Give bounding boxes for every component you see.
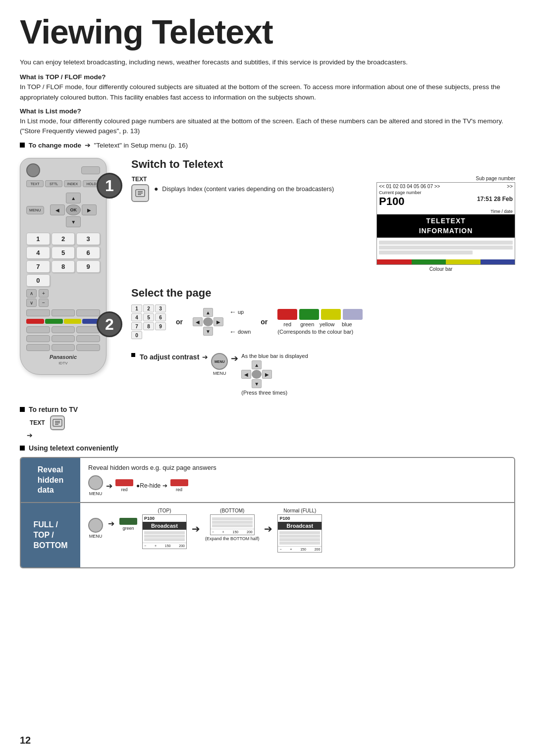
full-line-4 [279,542,320,545]
np-9[interactable]: 9 [155,322,166,330]
dpad-ok[interactable]: OK [66,204,81,215]
num-4[interactable]: 4 [26,247,50,259]
bottom-screen-group: (BOTTOM) −+150200 (Expand the BOTTOM hal… [205,508,259,541]
reveal-red-label: red [121,487,127,492]
btn-a[interactable] [26,309,50,316]
dpad-right[interactable]: ▶ [82,204,97,215]
full-menu-circle[interactable] [88,518,103,533]
adjust-arrow2: ➔ [231,353,238,364]
sttl-btn[interactable]: STTL [45,180,62,187]
current-label: Current page number [379,190,422,195]
bb8[interactable] [52,344,75,351]
adj-dpad-down[interactable]: ▼ [252,379,262,388]
reveal-menu-circle[interactable] [88,475,103,490]
adj-dpad-right[interactable]: ▶ [262,370,272,379]
num-7[interactable]: 7 [26,260,50,273]
full-screen-footer: −+150200 [278,546,321,552]
change-mode-text: "Teletext" in Setup menu (p. 16) [94,142,188,149]
arrow-icon: ➔ [85,141,91,149]
adjust-dpad: ▲ ◀ ▶ ▼ [241,360,308,388]
adj-dpad-left[interactable]: ◀ [241,370,251,379]
green-btn[interactable] [45,319,63,324]
colour-red[interactable] [277,309,297,320]
small-dpad-left[interactable]: ◀ [193,317,203,326]
bb9[interactable] [76,344,100,351]
vol-up[interactable]: + [39,289,49,298]
small-dpad-center [203,317,213,326]
green-btn-group: green [119,518,137,531]
num-5[interactable]: 5 [52,247,75,259]
index-btn[interactable]: INDEX [64,180,81,187]
top-screen-lines [143,530,186,543]
colour-blue[interactable] [343,309,363,320]
ch-down[interactable]: ∨ [26,299,37,307]
return-text-icon[interactable] [50,415,65,430]
full-green-btn[interactable] [119,518,137,525]
sub-page-label: Sub page number [367,176,515,181]
ch-up[interactable]: ∧ [26,289,37,298]
list-mode-heading: What is List mode? [20,107,515,115]
num-1[interactable]: 1 [26,233,50,245]
bottom-screen-lines [211,515,254,529]
small-dpad-right[interactable]: ▶ [214,317,223,326]
adjust-bullet [131,353,135,357]
rehide-red-btn[interactable] [170,479,188,486]
vol-down[interactable]: − [39,299,49,307]
bb1[interactable] [26,326,50,333]
small-dpad-up[interactable]: ▲ [203,308,213,317]
colour-green[interactable] [299,309,319,320]
return-tv-heading: To return to TV [20,405,515,413]
red-btn[interactable] [26,319,44,324]
num-2[interactable]: 2 [52,233,75,245]
label-yellow: yellow [317,321,337,327]
reveal-red-btn[interactable] [115,479,133,486]
bb4[interactable] [26,335,50,342]
small-dpad-down[interactable]: ▼ [203,327,213,336]
or-label-2: or [261,318,268,326]
np-5[interactable]: 5 [143,313,154,321]
content-line-1 [379,241,513,245]
source-button[interactable] [81,166,100,174]
np-8[interactable]: 8 [143,322,154,330]
dpad-up[interactable]: ▲ [66,193,81,203]
btn-b[interactable] [52,309,75,316]
num-9[interactable]: 9 [76,260,100,273]
colour-buttons-area: red green yellow blue (Corresponds to th… [277,309,363,335]
page-number-display: P100 [379,195,422,208]
full-menu-group: MENU [88,518,103,539]
power-button[interactable] [26,163,40,177]
num-0[interactable]: 0 [26,274,50,287]
btn-c[interactable] [76,309,100,316]
colour-bar-label: Colour bar [367,266,515,272]
dpad-down[interactable]: ▼ [66,216,81,227]
np-3[interactable]: 3 [155,304,166,312]
bb2[interactable] [52,326,75,333]
np-1[interactable]: 1 [131,304,142,312]
menu-btn[interactable]: MENU [26,206,44,214]
np-7[interactable]: 7 [131,322,142,330]
displays-description: ● Displays Index (content varies dependi… [154,176,334,194]
dpad-left[interactable]: ◀ [50,204,65,215]
colour-seg-red [377,259,412,264]
bb6[interactable] [76,335,100,342]
num-6[interactable]: 6 [76,247,100,259]
text-icon[interactable] [131,184,149,202]
text-label-group: TEXT [131,176,149,202]
np-2[interactable]: 2 [143,304,154,312]
text-btn[interactable]: TEXT [26,180,44,187]
colour-yellow[interactable] [321,309,341,320]
colour-seg-blue [481,259,515,264]
adj-dpad-center [252,370,262,379]
np-6[interactable]: 6 [155,313,166,321]
top-screen-group: (TOP) P100 Broadcast −+150200 [142,508,187,549]
np-4[interactable]: 4 [131,313,142,321]
num-8[interactable]: 8 [52,260,75,273]
num-3[interactable]: 3 [76,233,100,245]
yellow-btn[interactable] [64,319,82,324]
menu-circle[interactable]: MENU [211,353,228,370]
bb5[interactable] [52,335,75,342]
bb7[interactable] [26,344,50,351]
adj-dpad-up[interactable]: ▲ [252,360,262,369]
title-line2: INFORMATION [379,226,513,236]
np-0[interactable]: 0 [131,331,142,339]
